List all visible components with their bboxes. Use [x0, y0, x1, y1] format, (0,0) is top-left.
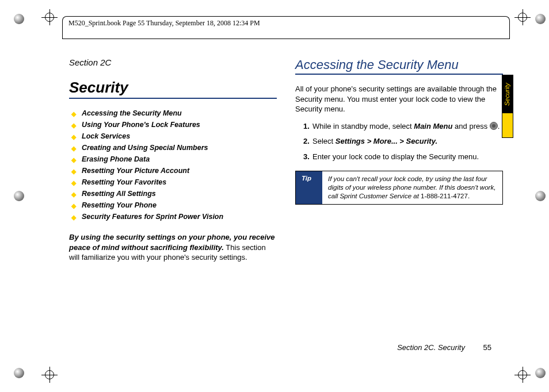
menu-path: Settings > More... > Security.	[336, 137, 437, 145]
toc-item-label: Creating and Using Special Numbers	[82, 144, 208, 152]
steps-list: While in standby mode, select Main Menu …	[295, 121, 503, 163]
step-item: Select Settings > More... > Security.	[303, 136, 503, 147]
tip-box: Tip If you can't recall your lock code, …	[295, 171, 503, 205]
page-number: 55	[483, 343, 491, 352]
thumb-tab: Security	[502, 75, 513, 138]
toc-item: ◆Creating and Using Special Numbers	[69, 144, 277, 153]
step-text: and press	[452, 122, 489, 130]
gradient-dot-icon	[535, 368, 546, 378]
toc-item-label: Lock Services	[82, 132, 130, 140]
nav-key-icon	[490, 122, 498, 130]
page-footer: Section 2C. Security 55	[397, 343, 491, 352]
toc-item: ◆Security Features for Sprint Power Visi…	[69, 213, 277, 222]
tip-label: Tip	[296, 171, 322, 204]
toc-item: ◆Resetting Your Phone	[69, 201, 277, 210]
page-content: Section 2C Security ◆Accessing the Secur…	[69, 57, 503, 352]
tip-phone-number: 1-888-211-4727.	[421, 193, 470, 199]
diamond-bullet-icon: ◆	[71, 190, 76, 199]
toc-item: ◆Erasing Phone Data	[69, 155, 277, 164]
framemaker-header: M520_Sprint.book Page 55 Thursday, Septe…	[62, 16, 510, 39]
title-rule	[69, 98, 277, 99]
gradient-dot-icon	[535, 191, 546, 201]
left-column: Section 2C Security ◆Accessing the Secur…	[69, 57, 277, 352]
toc-list: ◆Accessing the Security Menu ◆Using Your…	[69, 109, 277, 222]
toc-item-label: Resetting Your Phone	[82, 201, 157, 209]
intro-paragraph: By using the security settings on your p…	[69, 232, 277, 263]
toc-item-label: Using Your Phone's Lock Features	[82, 121, 200, 129]
toc-item-label: Erasing Phone Data	[82, 155, 150, 163]
diamond-bullet-icon: ◆	[71, 178, 76, 187]
gradient-dot-icon	[14, 14, 24, 24]
diamond-bullet-icon: ◆	[71, 121, 76, 130]
step-text: Select	[312, 137, 336, 145]
section-label: Section 2C	[69, 57, 277, 67]
step-text: While in standby mode, select	[312, 122, 414, 130]
footer-text: Section 2C. Security	[397, 343, 465, 352]
header-rule	[62, 39, 510, 39]
toc-item-label: Security Features for Sprint Power Visio…	[82, 213, 223, 221]
subsection-heading: Accessing the Security Menu	[295, 57, 503, 72]
tip-text: If you can't recall your lock code, try …	[328, 175, 495, 199]
diamond-bullet-icon: ◆	[71, 201, 76, 210]
toc-item: ◆Accessing the Security Menu	[69, 109, 277, 118]
gradient-dot-icon	[14, 191, 24, 201]
heading-rule	[295, 74, 503, 75]
registration-mark-icon	[518, 370, 527, 379]
framemaker-header-text: M520_Sprint.book Page 55 Thursday, Septe…	[68, 19, 260, 27]
toc-item: ◆Resetting Your Favorites	[69, 178, 277, 187]
diamond-bullet-icon: ◆	[71, 155, 76, 164]
toc-item-label: Resetting Your Picture Account	[82, 167, 189, 175]
diamond-bullet-icon: ◆	[71, 144, 76, 153]
toc-item: ◆Using Your Phone's Lock Features	[69, 121, 277, 130]
registration-mark-icon	[45, 370, 54, 379]
toc-item: ◆Lock Services	[69, 132, 277, 141]
toc-item-label: Resetting All Settings	[82, 190, 156, 198]
diamond-bullet-icon: ◆	[71, 109, 76, 118]
section-title: Security	[69, 79, 277, 97]
step-item: Enter your lock code to display the Secu…	[303, 152, 503, 163]
registration-mark-icon	[45, 13, 54, 22]
right-column: Accessing the Security Menu All of your …	[295, 57, 503, 352]
diamond-bullet-icon: ◆	[71, 167, 76, 176]
tip-body: If you can't recall your lock code, try …	[322, 171, 502, 204]
thumb-tab-label: Security	[502, 75, 513, 113]
toc-item-label: Resetting Your Favorites	[82, 178, 166, 186]
step-text: .	[498, 122, 500, 130]
diamond-bullet-icon: ◆	[71, 213, 76, 222]
step-text: Enter your lock code to display the Secu…	[312, 152, 479, 161]
gradient-dot-icon	[535, 14, 546, 24]
toc-item: ◆Resetting Your Picture Account	[69, 167, 277, 176]
step-item: While in standby mode, select Main Menu …	[303, 121, 503, 132]
toc-item-label: Accessing the Security Menu	[82, 109, 182, 117]
body-paragraph: All of your phone's security settings ar…	[295, 84, 503, 114]
gradient-dot-icon	[14, 368, 24, 378]
registration-mark-icon	[518, 13, 527, 22]
diamond-bullet-icon: ◆	[71, 132, 76, 141]
toc-item: ◆Resetting All Settings	[69, 190, 277, 199]
menu-item-name: Main Menu	[414, 122, 452, 130]
